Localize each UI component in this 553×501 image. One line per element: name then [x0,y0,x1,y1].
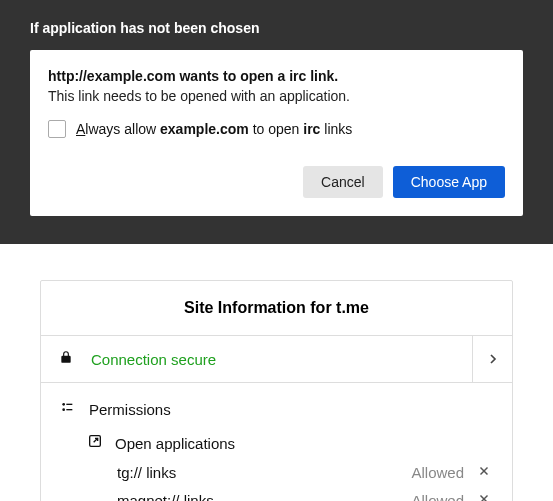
connection-row[interactable]: Connection secure [41,336,512,383]
permission-item: tg:// links Allowed [117,463,494,481]
always-allow-label[interactable]: Always allow example.com to open irc lin… [76,121,352,137]
permission-item: magnet:// links Allowed [117,491,494,501]
svg-point-2 [62,408,65,411]
protocol-handler-dialog: http://example.com wants to open a irc l… [30,50,523,216]
dialog-subtitle: This link needs to be opened with an app… [48,88,505,104]
permission-status: Allowed [411,492,464,502]
dialog-title-rest: wants to open a irc link. [176,68,339,84]
svg-point-0 [62,403,65,406]
open-applications-row: Open applications [87,433,494,453]
context-caption: If application has not been chosen [30,20,523,36]
permission-name: tg:// links [117,464,411,481]
remove-permission-button[interactable] [474,463,494,481]
remove-permission-button[interactable] [474,491,494,501]
dialog-title: http://example.com wants to open a irc l… [48,68,505,84]
permissions-icon [59,399,75,419]
protocol-dialog-backdrop: If application has not been chosen http:… [0,0,553,244]
open-applications-label: Open applications [115,435,235,452]
permission-name: magnet:// links [117,492,411,502]
chevron-right-icon [485,351,501,367]
external-link-icon [87,433,103,453]
close-icon [478,465,490,477]
svg-rect-3 [66,409,72,410]
permissions-section: Permissions Open applications tg:// link… [41,383,512,501]
connection-details-button[interactable] [472,336,512,382]
always-allow-checkbox[interactable] [48,120,66,138]
lock-icon [59,350,73,368]
dialog-title-origin: http://example.com [48,68,176,84]
connection-status-text: Connection secure [91,351,472,368]
close-icon [478,493,490,501]
choose-app-button[interactable]: Choose App [393,166,505,198]
cancel-button[interactable]: Cancel [303,166,383,198]
dialog-button-row: Cancel Choose App [48,166,505,198]
permission-status: Allowed [411,464,464,481]
site-information-panel: Site Information for t.me Connection sec… [40,280,513,501]
site-info-title: Site Information for t.me [41,281,512,336]
permissions-header: Permissions [59,399,494,419]
always-allow-row: Always allow example.com to open irc lin… [48,120,505,138]
permissions-label: Permissions [89,401,171,418]
svg-rect-1 [66,404,72,405]
